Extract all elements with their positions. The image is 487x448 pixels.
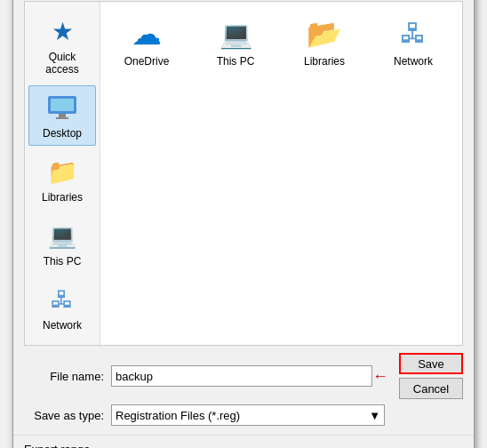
saveas-row: Save as type: Registration Files (*.reg)…	[24, 404, 463, 426]
saveas-dropdown[interactable]: Registration Files (*.reg) ▼	[111, 404, 385, 426]
sidebar-label-network: Network	[43, 319, 82, 332]
onedrive-icon: ☁	[129, 16, 164, 52]
file-item-this-pc[interactable]: 💻 This PC	[200, 12, 271, 71]
sidebar-label-libraries: Libraries	[42, 191, 83, 204]
file-item-network[interactable]: 🖧 Network	[378, 12, 449, 71]
form-area: File name: ← Save Cancel Save as type: R…	[13, 346, 474, 433]
file-label-onedrive: OneDrive	[124, 55, 170, 68]
file-label-libraries: Libraries	[304, 55, 345, 68]
desktop-icon	[46, 92, 78, 124]
file-item-onedrive[interactable]: ☁ OneDrive	[111, 12, 182, 71]
file-label-network: Network	[394, 55, 433, 68]
dialog-body: Save in: 🖥️ Desktop ▼ ← ↑ 📁 ▦ ★	[13, 0, 474, 448]
libraries-file-icon: 📂	[307, 16, 342, 52]
sidebar-label-quick-access: Quick access	[33, 51, 92, 76]
save-button[interactable]: Save	[399, 353, 463, 374]
sidebar: ★ Quick access Desktop	[25, 2, 100, 345]
red-arrow-icon: ←	[372, 367, 388, 386]
filename-label: File name:	[24, 370, 104, 383]
file-item-libraries[interactable]: 📂 Libraries	[289, 12, 360, 71]
content-area: ★ Quick access Desktop	[24, 1, 463, 346]
action-buttons: Save Cancel	[399, 353, 463, 399]
export-range: Export range All Selected branch	[13, 435, 474, 448]
sidebar-label-desktop: Desktop	[43, 127, 82, 140]
file-label-this-pc: This PC	[217, 55, 255, 68]
saveas-arrow-icon: ▼	[369, 409, 380, 422]
export-range-title: Export range	[24, 443, 90, 448]
saveas-label: Save as type:	[24, 409, 104, 422]
this-pc-icon: 💻	[46, 220, 78, 252]
quick-access-icon: ★	[46, 15, 78, 47]
sidebar-label-this-pc: This PC	[44, 255, 82, 268]
sidebar-item-quick-access[interactable]: ★ Quick access	[28, 9, 96, 82]
this-pc-file-icon: 💻	[218, 16, 253, 52]
libraries-icon: 📁	[46, 156, 78, 188]
cancel-button[interactable]: Cancel	[399, 378, 463, 399]
file-area: ☁ OneDrive 💻 This PC 📂 Libraries	[100, 2, 462, 345]
filename-input[interactable]	[111, 365, 372, 387]
network-file-icon: 🖧	[395, 16, 431, 52]
filename-row: File name: ← Save Cancel	[24, 353, 463, 399]
export-registry-dialog: 📄 Export Registry File ✕ Save in: 🖥️ Des…	[12, 0, 475, 448]
network-icon: 🖧	[46, 284, 78, 316]
sidebar-item-this-pc[interactable]: 💻 This PC	[28, 213, 96, 274]
sidebar-item-libraries[interactable]: 📁 Libraries	[28, 149, 96, 210]
sidebar-item-network[interactable]: 🖧 Network	[28, 277, 96, 338]
saveas-value: Registration Files (*.reg)	[116, 409, 240, 422]
sidebar-item-desktop[interactable]: Desktop	[28, 85, 96, 146]
